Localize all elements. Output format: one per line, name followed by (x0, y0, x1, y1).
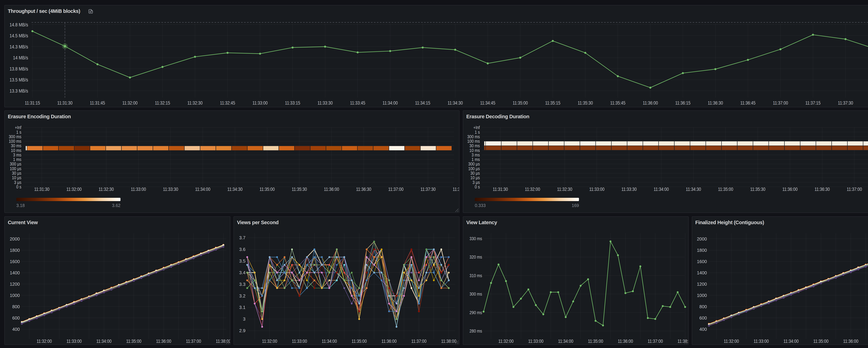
svg-text:+Inf: +Inf (15, 125, 22, 130)
svg-text:1200: 1200 (697, 282, 707, 287)
svg-text:11:38:00: 11:38:00 (441, 339, 456, 344)
svg-text:11:32:30: 11:32:30 (99, 186, 114, 192)
svg-text:30 ms: 30 ms (469, 143, 480, 148)
svg-text:11:36:00: 11:36:00 (324, 186, 339, 192)
svg-text:11:35:00: 11:35:00 (513, 100, 528, 106)
svg-text:600: 600 (700, 315, 707, 321)
svg-text:3 ms: 3 ms (13, 152, 21, 157)
svg-text:3.7: 3.7 (239, 235, 245, 240)
svg-text:10 ms: 10 ms (469, 148, 480, 153)
svg-text:300 ms: 300 ms (9, 134, 21, 139)
svg-text:11:37:00: 11:37:00 (411, 339, 427, 344)
svg-text:11:36:00: 11:36:00 (618, 339, 633, 344)
svg-text:11:35:00: 11:35:00 (126, 339, 142, 344)
svg-text:1400: 1400 (697, 270, 707, 276)
svg-text:11:33:00: 11:33:00 (252, 100, 268, 106)
svg-text:11:35:00: 11:35:00 (813, 339, 829, 344)
svg-text:11:35:00: 11:35:00 (588, 339, 603, 344)
svg-text:3.62: 3.62 (112, 203, 121, 208)
svg-text:11:34:00: 11:34:00 (322, 339, 337, 344)
svg-text:10 ms: 10 ms (11, 148, 21, 153)
svg-text:3 ms: 3 ms (471, 152, 480, 157)
svg-text:100 ms: 100 ms (9, 139, 21, 144)
svg-text:+Inf: +Inf (473, 125, 480, 130)
svg-text:3.6: 3.6 (239, 247, 245, 252)
svg-text:11:33:00: 11:33:00 (66, 339, 82, 344)
svg-text:11:31:15: 11:31:15 (25, 100, 40, 106)
svg-text:11:32:30: 11:32:30 (557, 186, 572, 192)
svg-text:290 ms: 290 ms (470, 310, 482, 315)
svg-text:11:37:00: 11:37:00 (389, 186, 404, 192)
svg-text:1800: 1800 (10, 248, 20, 253)
svg-text:11:32:00: 11:32:00 (498, 339, 514, 344)
svg-text:11:34:30: 11:34:30 (447, 100, 463, 106)
svg-text:11:34:00: 11:34:00 (96, 339, 112, 344)
svg-text:400: 400 (700, 327, 707, 332)
svg-text:0.333: 0.333 (475, 203, 486, 208)
svg-text:600: 600 (12, 315, 20, 321)
svg-text:300 ms: 300 ms (467, 134, 480, 139)
svg-text:11:33:00: 11:33:00 (589, 186, 604, 192)
svg-text:11:33:15: 11:33:15 (285, 100, 300, 106)
svg-text:11:32:15: 11:32:15 (155, 100, 170, 106)
svg-text:1600: 1600 (697, 259, 707, 264)
svg-text:11:36:00: 11:36:00 (843, 339, 859, 344)
svg-text:11:34:00: 11:34:00 (383, 100, 398, 106)
svg-text:280 ms: 280 ms (470, 328, 482, 334)
svg-text:400: 400 (12, 327, 20, 332)
svg-text:11:32:00: 11:32:00 (262, 339, 277, 344)
svg-text:10 µs: 10 µs (12, 175, 21, 180)
svg-text:14.8 MB/s: 14.8 MB/s (9, 22, 28, 27)
svg-text:11:36:00: 11:36:00 (156, 339, 172, 344)
svg-text:11:34:45: 11:34:45 (480, 100, 495, 106)
svg-text:300 µs: 300 µs (10, 162, 21, 167)
svg-text:0 s: 0 s (475, 184, 480, 189)
svg-text:11:34:00: 11:34:00 (195, 186, 210, 192)
svg-text:0 s: 0 s (16, 184, 21, 189)
svg-text:800: 800 (700, 304, 707, 309)
svg-text:11:33:30: 11:33:30 (317, 100, 333, 106)
svg-text:1200: 1200 (10, 282, 20, 287)
svg-text:11:37:00: 11:37:00 (186, 339, 201, 344)
svg-text:1 ms: 1 ms (13, 157, 21, 162)
svg-text:320 ms: 320 ms (470, 255, 482, 260)
svg-text:13.3 MB/s: 13.3 MB/s (9, 88, 28, 94)
svg-text:30 ms: 30 ms (11, 143, 21, 148)
svg-text:11:37:30: 11:37:30 (421, 186, 436, 192)
svg-text:11:32:30: 11:32:30 (187, 100, 203, 106)
svg-text:11:36:45: 11:36:45 (740, 100, 755, 106)
svg-text:11:36:00: 11:36:00 (381, 339, 397, 344)
svg-text:11:37:30: 11:37:30 (838, 100, 853, 106)
svg-text:100 µs: 100 µs (468, 166, 480, 171)
svg-text:11:35:30: 11:35:30 (750, 186, 766, 192)
svg-text:2.9: 2.9 (239, 328, 245, 333)
svg-text:3.3: 3.3 (239, 282, 245, 287)
svg-text:11:34:00: 11:34:00 (654, 186, 669, 192)
svg-text:169: 169 (572, 203, 579, 208)
svg-text:11:35:00: 11:35:00 (351, 339, 367, 344)
svg-text:11:32:00: 11:32:00 (66, 186, 82, 192)
svg-text:11:33:00: 11:33:00 (292, 339, 307, 344)
svg-text:11:33:30: 11:33:30 (621, 186, 637, 192)
svg-text:14.5 MB/s: 14.5 MB/s (9, 33, 28, 38)
svg-text:3.5: 3.5 (239, 258, 245, 264)
svg-text:3: 3 (243, 316, 245, 322)
svg-text:100 ms: 100 ms (467, 139, 480, 144)
svg-text:14.3 MB/s: 14.3 MB/s (9, 44, 28, 50)
svg-text:11:31:30: 11:31:30 (493, 186, 508, 192)
svg-text:11:31:45: 11:31:45 (90, 100, 105, 106)
svg-text:1 ms: 1 ms (471, 157, 480, 162)
svg-text:3.18: 3.18 (16, 203, 25, 208)
svg-text:11:32:00: 11:32:00 (37, 339, 52, 344)
svg-text:100 µs: 100 µs (10, 166, 21, 171)
svg-text:11:31:30: 11:31:30 (34, 186, 50, 192)
svg-text:11:36:15: 11:36:15 (675, 100, 690, 106)
svg-text:2000: 2000 (10, 236, 20, 241)
svg-text:14 MB/s: 14 MB/s (13, 55, 28, 60)
svg-text:1 s: 1 s (475, 129, 480, 135)
svg-text:11:33:00: 11:33:00 (131, 186, 146, 192)
svg-text:11:35:15: 11:35:15 (545, 100, 560, 106)
svg-text:11:38:00: 11:38:00 (453, 186, 460, 192)
svg-text:300 ms: 300 ms (470, 291, 482, 296)
svg-text:11:37:00: 11:37:00 (648, 339, 663, 344)
